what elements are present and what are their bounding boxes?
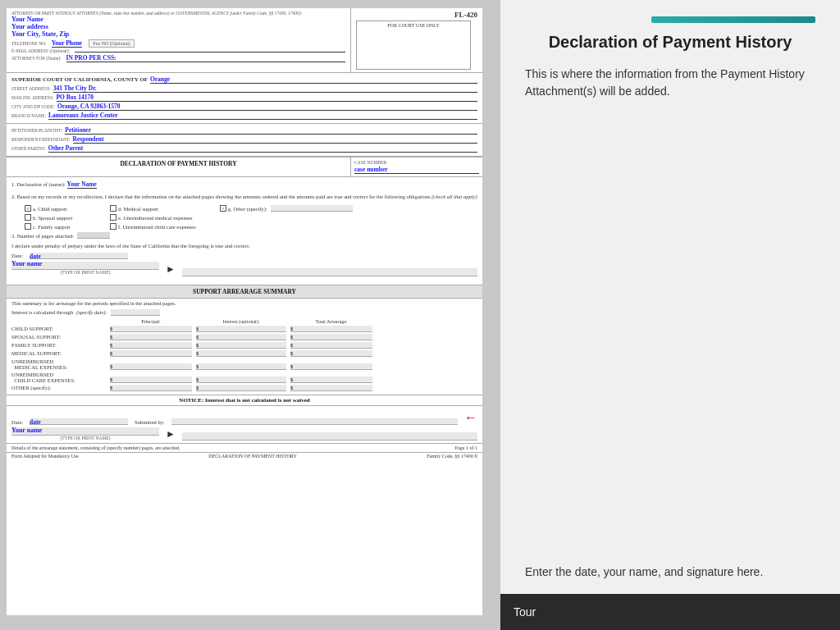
checkbox-g: g. Other (specify): [220,205,477,212]
perjury-text: I declare under penalty of perjury under… [11,242,477,249]
bottom-sig-field [182,432,477,441]
bottom-arrow-icon: ► [166,428,176,441]
telephone-value: Your Phone [52,39,83,48]
bottom-date-label: Date: [11,419,23,425]
court-branch: Lamoreaux Justice Center [48,112,477,120]
document-panel: ATTORNEY OR PARTY WITHOUT ATTORNEY (Name… [0,0,500,630]
type-name-label: (TYPE OR PRINT NAME) [11,270,159,276]
help-text-bottom: Enter the date, your name, and signature… [525,564,815,581]
col-total-header: Total Arrearage: [290,319,372,324]
row-spousal-support: SPOUSAL SUPPORT: [11,334,110,340]
unreimb-childcare-interest: $ [196,377,286,383]
medical-interest: $ [196,350,286,357]
spousal-interest: $ [196,334,286,340]
mailing-label: MAILING ADDRESS: [11,95,54,100]
checkbox-c-box [25,223,31,230]
court-mailing: PO Box 14170 [57,94,478,102]
attorney-for-label: ATTORNEY FOR (Name): [11,56,62,61]
checkbox-b-box [25,214,31,221]
item1-name-value: Your Name [67,180,97,189]
other-principal: $ [110,385,192,391]
spousal-total: $ [290,334,372,340]
unreimb-medical-principal: $ [110,363,192,370]
unreimb-medical-total: $ [290,363,372,370]
footer-bottom-left: Form Adopted for Mandatory Use [11,454,79,459]
submitted-sig-field [171,418,458,425]
checkbox-f-label: f. Unreimbursed child care expenses [118,223,196,231]
notice-bar: NOTICE: Interest that is not calculated … [7,395,482,406]
signature-field [182,268,477,276]
tour-text: Tour [514,605,536,619]
bottom-date-field: date [30,418,128,425]
summary-intro2: Interest is calculated through [11,309,73,315]
checkbox-f-box [110,223,116,230]
for-court-use-box: FOR COURT USE ONLY [356,21,471,70]
summary-intro1: This summary is for arrearage for the pe… [7,299,482,308]
attorney-city: Your City, State, Zip [11,30,345,38]
email-value [75,52,345,52]
attorney-name: Your Name [11,16,345,23]
street-label: STREET ADDRESS: [11,86,51,91]
checkbox-e-label: e. Unreimbursed medical expenses [118,214,193,221]
respondent-label: RESPONDENT/DEFENDANT: [11,137,71,142]
checkbox-d: d. Medical support [110,205,217,212]
date-field: date [30,253,128,259]
attorney-address: Your address [11,23,345,30]
teal-accent-bar [651,16,815,23]
bottom-type-name-label: (TYPE OR PRINT NAME) [11,436,159,441]
item3-label: 3. Number of pages attached: [11,232,74,240]
footer-bottom-center: DECLARATION OF PAYMENT HISTORY [208,454,297,459]
help-text-main: This is where the information from the P… [525,66,815,100]
other-total: $ [290,385,372,391]
case-number-value: case number [354,166,479,174]
branch-label: BRANCH NAME: [11,113,46,118]
attorney-for-value: IN PRO PER CSS: [66,54,346,62]
your-name-field: Your name [11,262,159,270]
family-total: $ [290,342,372,349]
court-city-zip: Orange, CA 92863-1570 [57,103,477,111]
help-title: Declaration of Payment History [525,31,815,52]
checkbox-a-label: a. Child support [33,205,67,212]
checkbox-d-label: d. Medical support [118,205,158,212]
checkbox-c-label: c. Family support [33,223,71,231]
tour-bar[interactable]: Tour [500,594,840,630]
submitted-by-label: Submitted by: [135,419,165,425]
child-total: $ [290,326,372,332]
right-top-decoration [525,16,815,23]
other-specify-field [271,205,353,212]
row-medical-support: MEDICAL SUPPORT: [11,350,110,356]
petitioner-label: PETITIONER/PLAINTIFF: [11,128,62,133]
medical-principal: $ [110,350,192,357]
petitioner-value: Petitioner [65,126,477,135]
child-interest: $ [196,326,286,332]
family-principal: $ [110,342,192,349]
summary-rows: CHILD SUPPORT: $ $ $ SPOUSAL SUPPORT: $ … [7,325,482,392]
checkbox-b-label: b. Spousal support [33,214,72,221]
spousal-principal: $ [110,334,192,340]
footer-left: Details of the arrearage statement, cons… [11,445,180,450]
bottom-your-name: Your name [11,427,159,436]
checkbox-a-box [25,205,31,212]
family-interest: $ [196,342,286,349]
telephone-label: TELEPHONE NO: [11,41,47,46]
pages-attached-field [77,232,110,239]
footer-row: Details of the arrearage statement, cons… [7,443,482,452]
form-document: ATTORNEY OR PARTY WITHOUT ATTORNEY (Name… [7,8,482,615]
court-county: Orange [150,75,477,84]
col-interest-header: Interest (optional): [196,319,286,324]
checkbox-e-box [110,214,116,221]
checkbox-a: a. Child support [25,205,107,212]
checkbox-g-label: g. Other (specify): [228,205,267,212]
other-interest: $ [196,385,286,391]
item2-text: 2. Based on my records or my recollectio… [11,194,430,199]
interest-date-field [111,309,160,316]
other-parent-label: OTHER PARENT: [11,146,46,151]
row-other: OTHER (specify): [11,385,110,390]
city-zip-label: CITY AND ZIP CODE: [11,104,55,109]
email-label: E-MAIL ADDRESS (Optional): [11,48,70,53]
respondent-value: Respondent [73,135,477,144]
checkbox-b: b. Spousal support [25,214,107,221]
fax-field: Fax NO (Optional) [89,39,135,48]
other-parent-value: Other Parent [48,144,477,153]
item2-check-label: (check all that apply) [431,194,477,199]
